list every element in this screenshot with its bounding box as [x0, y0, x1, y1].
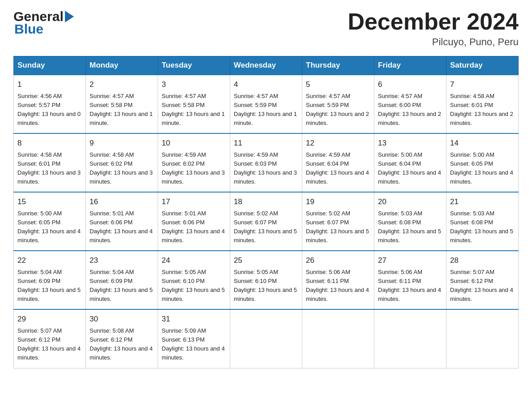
page-subtitle: Pilcuyo, Puno, Peru: [348, 36, 519, 48]
day-info: Sunrise: 4:59 AMSunset: 6:03 PMDaylight:…: [234, 150, 298, 187]
calendar-cell: 1Sunrise: 4:56 AMSunset: 5:57 PMDaylight…: [14, 75, 86, 133]
day-number: 9: [90, 137, 154, 149]
day-number: 28: [450, 255, 515, 266]
calendar-cell: 15Sunrise: 5:00 AMSunset: 6:05 PMDayligh…: [14, 192, 86, 251]
title-block: December 2024 Pilcuyo, Puno, Peru: [348, 9, 519, 48]
page-title: December 2024: [348, 9, 519, 34]
calendar-cell: 5Sunrise: 4:57 AMSunset: 5:59 PMDaylight…: [302, 75, 374, 133]
day-info: Sunrise: 5:06 AMSunset: 6:11 PMDaylight:…: [306, 268, 370, 304]
day-info: Sunrise: 5:01 AMSunset: 6:06 PMDaylight:…: [162, 209, 226, 245]
header-monday: Monday: [86, 56, 158, 75]
day-number: 6: [378, 79, 442, 90]
header-wednesday: Wednesday: [230, 56, 302, 75]
day-info: Sunrise: 4:56 AMSunset: 5:57 PMDaylight:…: [17, 92, 82, 128]
logo: General Blue: [13, 9, 74, 37]
day-number: 23: [90, 255, 154, 266]
logo-arrow-icon: [65, 11, 74, 22]
calendar-cell: [302, 309, 374, 368]
day-info: Sunrise: 4:58 AMSunset: 6:01 PMDaylight:…: [450, 92, 515, 128]
day-number: 18: [234, 196, 298, 208]
day-number: 22: [17, 255, 82, 266]
day-number: 20: [378, 196, 442, 208]
day-number: 29: [17, 313, 82, 325]
calendar-cell: 8Sunrise: 4:58 AMSunset: 6:01 PMDaylight…: [14, 133, 86, 192]
day-number: 10: [162, 137, 226, 149]
calendar-cell: 20Sunrise: 5:03 AMSunset: 6:08 PMDayligh…: [374, 192, 446, 251]
day-info: Sunrise: 4:57 AMSunset: 5:58 PMDaylight:…: [162, 92, 226, 128]
day-number: 27: [378, 255, 442, 266]
day-number: 31: [162, 313, 226, 325]
day-info: Sunrise: 5:07 AMSunset: 6:12 PMDaylight:…: [450, 268, 515, 304]
day-info: Sunrise: 5:03 AMSunset: 6:08 PMDaylight:…: [378, 209, 442, 245]
day-number: 14: [450, 137, 515, 149]
day-info: Sunrise: 4:58 AMSunset: 6:01 PMDaylight:…: [17, 150, 82, 187]
calendar-week-row: 1Sunrise: 4:56 AMSunset: 5:57 PMDaylight…: [14, 75, 519, 133]
day-info: Sunrise: 4:57 AMSunset: 6:00 PMDaylight:…: [378, 92, 442, 128]
calendar-cell: 18Sunrise: 5:02 AMSunset: 6:07 PMDayligh…: [230, 192, 302, 251]
calendar-cell: [230, 309, 302, 368]
calendar-table: Sunday Monday Tuesday Wednesday Thursday…: [13, 56, 519, 368]
day-number: 21: [450, 196, 515, 208]
calendar-cell: 6Sunrise: 4:57 AMSunset: 6:00 PMDaylight…: [374, 75, 446, 133]
calendar-cell: 14Sunrise: 5:00 AMSunset: 6:05 PMDayligh…: [446, 133, 519, 192]
calendar-cell: 26Sunrise: 5:06 AMSunset: 6:11 PMDayligh…: [302, 251, 374, 309]
calendar-cell: 28Sunrise: 5:07 AMSunset: 6:12 PMDayligh…: [446, 251, 519, 309]
calendar-cell: 4Sunrise: 4:57 AMSunset: 5:59 PMDaylight…: [230, 75, 302, 133]
day-number: 26: [306, 255, 370, 266]
calendar-cell: 27Sunrise: 5:06 AMSunset: 6:11 PMDayligh…: [374, 251, 446, 309]
calendar-week-row: 15Sunrise: 5:00 AMSunset: 6:05 PMDayligh…: [14, 192, 519, 251]
day-number: 30: [90, 313, 154, 325]
day-number: 4: [234, 79, 298, 90]
calendar-week-row: 29Sunrise: 5:07 AMSunset: 6:12 PMDayligh…: [14, 309, 519, 368]
calendar-cell: 16Sunrise: 5:01 AMSunset: 6:06 PMDayligh…: [86, 192, 158, 251]
day-info: Sunrise: 5:05 AMSunset: 6:10 PMDaylight:…: [234, 268, 298, 304]
calendar-cell: 2Sunrise: 4:57 AMSunset: 5:58 PMDaylight…: [86, 75, 158, 133]
day-info: Sunrise: 5:07 AMSunset: 6:12 PMDaylight:…: [17, 326, 82, 363]
calendar-cell: 9Sunrise: 4:58 AMSunset: 6:02 PMDaylight…: [86, 133, 158, 192]
calendar-week-row: 22Sunrise: 5:04 AMSunset: 6:09 PMDayligh…: [14, 251, 519, 309]
calendar-cell: 11Sunrise: 4:59 AMSunset: 6:03 PMDayligh…: [230, 133, 302, 192]
day-info: Sunrise: 5:08 AMSunset: 6:12 PMDaylight:…: [90, 326, 154, 363]
day-info: Sunrise: 4:57 AMSunset: 5:59 PMDaylight:…: [306, 92, 370, 128]
day-info: Sunrise: 5:00 AMSunset: 6:05 PMDaylight:…: [17, 209, 82, 245]
day-info: Sunrise: 4:59 AMSunset: 6:02 PMDaylight:…: [162, 150, 226, 187]
calendar-cell: 3Sunrise: 4:57 AMSunset: 5:58 PMDaylight…: [158, 75, 230, 133]
header-thursday: Thursday: [302, 56, 374, 75]
calendar-cell: 7Sunrise: 4:58 AMSunset: 6:01 PMDaylight…: [446, 75, 519, 133]
day-info: Sunrise: 4:57 AMSunset: 5:59 PMDaylight:…: [234, 92, 298, 128]
day-info: Sunrise: 5:06 AMSunset: 6:11 PMDaylight:…: [378, 268, 442, 304]
weekday-header-row: Sunday Monday Tuesday Wednesday Thursday…: [14, 56, 519, 75]
day-number: 3: [162, 79, 226, 90]
calendar-cell: 17Sunrise: 5:01 AMSunset: 6:06 PMDayligh…: [158, 192, 230, 251]
calendar-cell: 31Sunrise: 5:09 AMSunset: 6:13 PMDayligh…: [158, 309, 230, 368]
header-sunday: Sunday: [14, 56, 86, 75]
day-number: 19: [306, 196, 370, 208]
day-info: Sunrise: 5:09 AMSunset: 6:13 PMDaylight:…: [162, 326, 226, 363]
day-number: 24: [162, 255, 226, 266]
day-number: 1: [17, 79, 82, 90]
day-info: Sunrise: 5:02 AMSunset: 6:07 PMDaylight:…: [234, 209, 298, 245]
day-number: 7: [450, 79, 515, 90]
day-number: 8: [17, 137, 82, 149]
header-friday: Friday: [374, 56, 446, 75]
calendar-week-row: 8Sunrise: 4:58 AMSunset: 6:01 PMDaylight…: [14, 133, 519, 192]
day-number: 2: [90, 79, 154, 90]
calendar-cell: 12Sunrise: 4:59 AMSunset: 6:04 PMDayligh…: [302, 133, 374, 192]
calendar-cell: 29Sunrise: 5:07 AMSunset: 6:12 PMDayligh…: [14, 309, 86, 368]
day-info: Sunrise: 5:04 AMSunset: 6:09 PMDaylight:…: [17, 268, 82, 304]
day-info: Sunrise: 5:05 AMSunset: 6:10 PMDaylight:…: [162, 268, 226, 304]
logo-blue-text: Blue: [13, 21, 43, 37]
day-info: Sunrise: 5:00 AMSunset: 6:05 PMDaylight:…: [450, 150, 515, 187]
page-header: General Blue December 2024 Pilcuyo, Puno…: [13, 9, 519, 48]
calendar-cell: [446, 309, 519, 368]
day-info: Sunrise: 5:00 AMSunset: 6:04 PMDaylight:…: [378, 150, 442, 187]
calendar-cell: 23Sunrise: 5:04 AMSunset: 6:09 PMDayligh…: [86, 251, 158, 309]
calendar-cell: 22Sunrise: 5:04 AMSunset: 6:09 PMDayligh…: [14, 251, 86, 309]
day-number: 12: [306, 137, 370, 149]
calendar-cell: 21Sunrise: 5:03 AMSunset: 6:08 PMDayligh…: [446, 192, 519, 251]
day-number: 15: [17, 196, 82, 208]
calendar-cell: 19Sunrise: 5:02 AMSunset: 6:07 PMDayligh…: [302, 192, 374, 251]
calendar-cell: 13Sunrise: 5:00 AMSunset: 6:04 PMDayligh…: [374, 133, 446, 192]
day-info: Sunrise: 5:02 AMSunset: 6:07 PMDaylight:…: [306, 209, 370, 245]
day-info: Sunrise: 5:03 AMSunset: 6:08 PMDaylight:…: [450, 209, 515, 245]
